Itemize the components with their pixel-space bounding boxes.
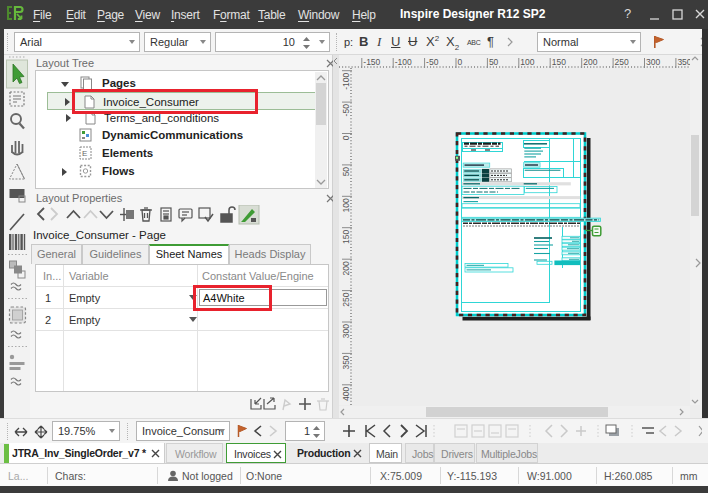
svg-text:50: 50 xyxy=(489,57,499,67)
svg-text:150: 150 xyxy=(341,229,351,243)
svg-text:0: 0 xyxy=(458,57,463,67)
svg-text:100: 100 xyxy=(341,198,351,212)
svg-text:300: 300 xyxy=(646,57,660,67)
svg-text:400: 400 xyxy=(341,387,351,401)
svg-text:-50: -50 xyxy=(426,57,439,67)
svg-text:350: 350 xyxy=(677,57,691,67)
svg-text:0: 0 xyxy=(341,135,351,140)
svg-text:250: 250 xyxy=(341,292,351,306)
svg-text:200: 200 xyxy=(583,57,597,67)
svg-text:300: 300 xyxy=(341,324,351,338)
svg-text:250: 250 xyxy=(615,57,629,67)
svg-text:100: 100 xyxy=(520,57,534,67)
svg-text:-100: -100 xyxy=(395,57,412,67)
svg-text:-150: -150 xyxy=(363,57,380,67)
svg-text:200: 200 xyxy=(341,261,351,275)
svg-text:350: 350 xyxy=(341,355,351,369)
svg-text:-100: -100 xyxy=(341,72,351,89)
svg-text:50: 50 xyxy=(341,167,351,177)
svg-text:150: 150 xyxy=(552,57,566,67)
svg-text:E: E xyxy=(82,149,87,158)
svg-text:-50: -50 xyxy=(341,104,351,117)
